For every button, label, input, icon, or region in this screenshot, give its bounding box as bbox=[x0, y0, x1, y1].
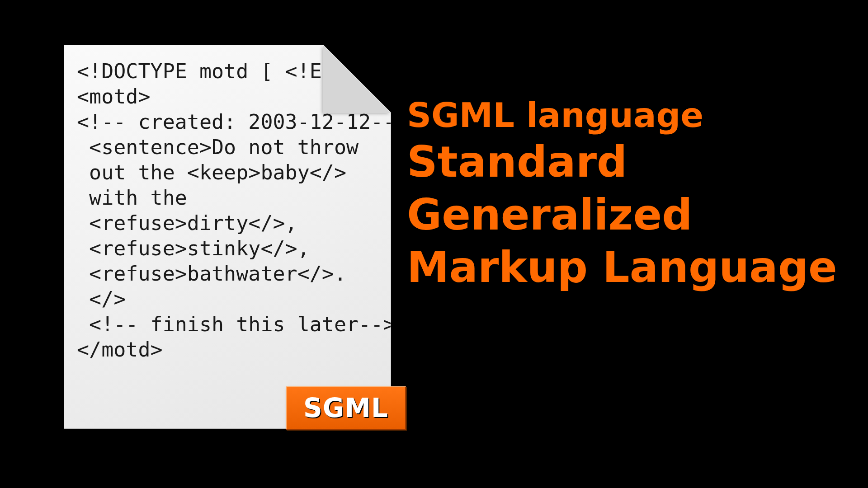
title-big: Standard Generalized Markup Language bbox=[407, 136, 868, 294]
document-icon: <!DOCTYPE motd [ <!E <motd> <!-- created… bbox=[64, 45, 391, 429]
title-block: SGML language Standard Generalized Marku… bbox=[407, 99, 868, 294]
title-small: SGML language bbox=[407, 99, 868, 132]
sgml-badge: SGML bbox=[286, 386, 406, 430]
sgml-badge-label: SGML bbox=[303, 393, 388, 423]
sgml-code-sample: <!DOCTYPE motd [ <!E <motd> <!-- created… bbox=[77, 59, 391, 362]
diagram-stage: <!DOCTYPE motd [ <!E <motd> <!-- created… bbox=[0, 0, 868, 488]
